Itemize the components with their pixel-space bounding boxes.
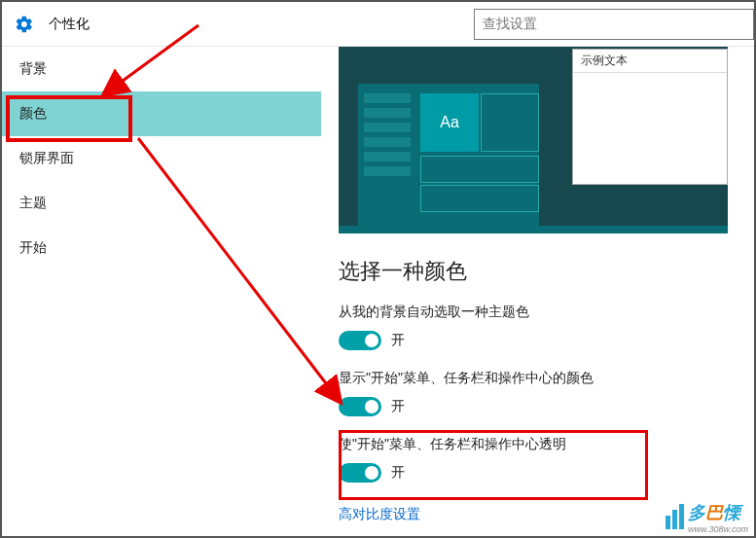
header: 个性化 查找设置 [2,2,754,47]
high-contrast-link[interactable]: 高对比度设置 [339,506,420,523]
preview-start-menu: Aa [358,84,539,226]
option-label-show-color: 显示"开始"菜单、任务栏和操作中心的颜色 [339,370,754,387]
preview-tile [481,93,539,152]
sidebar: 背景 颜色 锁屏界面 主题 开始 [2,47,321,536]
sidebar-item-lockscreen[interactable]: 锁屏界面 [2,136,321,181]
toggle-state: 开 [391,464,405,482]
toggle-state: 开 [391,398,405,415]
toggle-auto-color[interactable] [339,331,381,350]
option-label-transparency: 使"开始"菜单、任务栏和操作中心透明 [339,436,754,453]
toggle-show-color[interactable] [339,397,381,416]
page-title: 个性化 [49,16,90,33]
content-area: Aa 示例文本 选择一种颜色 从我的背景自动选取一种主题色 开 显示"开始"菜单… [321,47,754,536]
desktop-preview: Aa 示例文本 [339,47,728,233]
sidebar-item-background[interactable]: 背景 [2,47,321,91]
toggle-state: 开 [391,332,405,349]
option-label-auto-color: 从我的背景自动选取一种主题色 [339,304,754,321]
preview-tile: Aa [420,93,479,152]
watermark: 多巴慄 www.308w.com [666,501,748,534]
sidebar-item-start[interactable]: 开始 [2,226,321,270]
sidebar-item-color[interactable]: 颜色 [2,91,321,136]
settings-window: 个性化 查找设置 背景 颜色 锁屏界面 主题 开始 Aa 示例文 [0,0,756,538]
preview-window: 示例文本 [572,49,728,185]
section-heading: 选择一种颜色 [339,257,754,286]
sidebar-item-theme[interactable]: 主题 [2,181,321,226]
preview-tile [420,185,539,212]
toggle-transparency[interactable] [339,463,381,483]
preview-taskbar [339,226,728,233]
preview-window-title: 示例文本 [573,50,727,73]
gear-icon [2,15,47,34]
search-placeholder: 查找设置 [483,16,537,33]
preview-tile [420,156,539,183]
search-input[interactable]: 查找设置 [474,9,754,40]
